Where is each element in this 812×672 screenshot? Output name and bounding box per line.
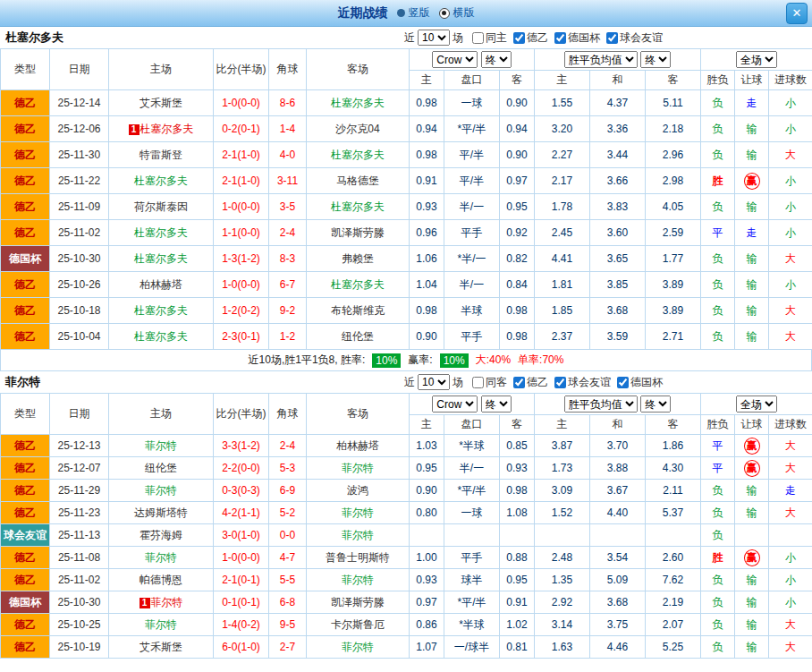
odds-away-cell: 0.98 — [500, 324, 535, 350]
away-team-cell[interactable]: 布轮斯维克 — [307, 298, 410, 324]
home-team-cell[interactable]: 艾禾斯堡 — [109, 90, 214, 116]
home-team-cell[interactable]: 菲尔特 — [109, 614, 214, 636]
away-team-cell[interactable]: 凯泽斯劳滕 — [307, 220, 410, 246]
result-cell: 负 — [701, 324, 735, 350]
home-team-cell[interactable]: 杜塞尔多夫 — [109, 298, 214, 324]
home-team-cell[interactable]: 菲尔特 — [109, 547, 214, 569]
scope-select[interactable]: 全场 — [736, 396, 777, 413]
result-cell: 负 — [701, 194, 735, 220]
home-team-cell[interactable]: 菲尔特 — [109, 435, 214, 457]
odds-company-select[interactable]: Crow — [432, 51, 478, 68]
close-button[interactable]: ✕ — [786, 3, 808, 24]
checkbox-input[interactable] — [513, 377, 525, 388]
avg-stage-select[interactable]: 终 — [640, 51, 671, 68]
date-cell: 25-11-30 — [50, 142, 109, 168]
layout-radio-horizontal[interactable]: 横版 — [439, 5, 475, 21]
home-team-cell[interactable]: 1菲尔特 — [109, 591, 214, 614]
odds-away-cell: 0.91 — [500, 591, 535, 614]
avg-metric-select[interactable]: 胜平负均值 — [564, 51, 638, 68]
away-team-cell[interactable]: 杜塞尔多夫 — [307, 142, 410, 168]
handicap-result-cell: 输 — [735, 569, 769, 591]
handicap-result-cell: 输 — [735, 116, 769, 142]
match-row: 德乙25-11-29菲尔特0-3(0-3)6-9波鸿0.90*平/半0.983.… — [1, 480, 812, 502]
home-team-cell[interactable]: 菲尔特 — [109, 480, 214, 502]
checkbox-input[interactable] — [554, 377, 566, 388]
away-team-cell[interactable]: 凯泽斯劳滕 — [307, 591, 410, 614]
home-team-cell[interactable]: 杜塞尔多夫 — [109, 324, 214, 350]
scope-select[interactable]: 全场 — [736, 51, 777, 68]
away-team-cell[interactable]: 杜塞尔多夫 — [307, 272, 410, 298]
single-rate-text: 单率:70% — [518, 353, 563, 368]
home-team-cell[interactable]: 霍芬海姆 — [109, 524, 214, 547]
avg-away-cell: 2.18 — [646, 116, 701, 142]
date-cell: 25-11-22 — [50, 168, 109, 194]
odds-stage-select[interactable]: 终 — [481, 396, 512, 413]
home-team-cell[interactable]: 帕德博恩 — [109, 569, 214, 591]
checkbox-input[interactable] — [472, 377, 484, 388]
checkbox-input[interactable] — [472, 32, 484, 44]
recent-count-select[interactable]: 10 — [418, 30, 450, 46]
filter-checkbox[interactable]: 德乙 — [513, 375, 548, 390]
checkbox-input[interactable] — [513, 32, 525, 44]
avg-metric-select[interactable]: 胜平负均值 — [564, 396, 638, 413]
avg-away-cell: 3.89 — [646, 272, 701, 298]
home-team-cell[interactable]: 纽伦堡 — [109, 457, 214, 480]
odds-away-cell: 0.90 — [500, 90, 535, 116]
away-team-cell[interactable]: 杜塞尔多夫 — [307, 90, 410, 116]
away-team-cell[interactable]: 菲尔特 — [307, 457, 410, 480]
team-name: 菲尔特 — [0, 374, 40, 390]
away-team-cell[interactable]: 菲尔特 — [307, 569, 410, 591]
away-team-cell[interactable]: 普鲁士明斯特 — [307, 547, 410, 569]
away-team-cell[interactable]: 菲尔特 — [307, 636, 410, 659]
filter-checkbox[interactable]: 球会友谊 — [606, 30, 663, 46]
filter-checkbox[interactable]: 德国杯 — [554, 30, 600, 46]
league-cell: 德乙 — [1, 142, 50, 168]
away-team-cell[interactable]: 卡尔斯鲁厄 — [307, 614, 410, 636]
recent-count-select[interactable]: 10 — [418, 374, 450, 390]
checkbox-input[interactable] — [554, 32, 566, 44]
away-team-cell[interactable]: 马格德堡 — [307, 168, 410, 194]
away-team-cell[interactable]: 弗赖堡 — [307, 246, 410, 272]
home-team-cell[interactable]: 特雷斯登 — [109, 142, 214, 168]
layout-radio-vertical[interactable]: 竖版 — [397, 5, 430, 21]
goals-cell: 大 — [769, 142, 812, 168]
avg-home-cell: 2.37 — [535, 324, 590, 350]
avg-stage-select[interactable]: 终 — [640, 396, 671, 413]
filter-checkbox[interactable]: 同客 — [472, 375, 507, 390]
away-team-cell[interactable]: 纽伦堡 — [307, 324, 410, 350]
odds-home-cell: 0.97 — [410, 591, 444, 614]
score-cell: 0-2(0-1) — [214, 116, 269, 142]
home-team-cell[interactable]: 柏林赫塔 — [109, 272, 214, 298]
away-team-cell[interactable]: 菲尔特 — [307, 502, 410, 524]
odds-company-select[interactable]: Crow — [432, 396, 478, 413]
away-team-cell[interactable]: 沙尔克04 — [307, 116, 410, 142]
away-team-cell[interactable]: 波鸿 — [307, 480, 410, 502]
league-cell: 德乙 — [1, 569, 50, 591]
checkbox-input[interactable] — [606, 32, 618, 44]
home-team-cell[interactable]: 荷尔斯泰因 — [109, 194, 214, 220]
rank-badge: 1 — [140, 598, 150, 608]
avg-home-cell — [535, 524, 590, 547]
home-team-cell[interactable]: 艾禾斯堡 — [109, 636, 214, 659]
home-team-cell[interactable]: 杜塞尔多夫 — [109, 246, 214, 272]
avg-home-cell: 1.78 — [535, 194, 590, 220]
filter-checkbox[interactable]: 德国杯 — [617, 375, 663, 390]
filter-checkbox[interactable]: 德乙 — [513, 30, 548, 46]
odds-stage-select[interactable]: 终 — [481, 51, 512, 68]
away-team-cell[interactable]: 杜塞尔多夫 — [307, 194, 410, 220]
away-team-cell[interactable]: 菲尔特 — [307, 524, 410, 547]
odds-away-cell: 0.95 — [500, 194, 535, 220]
result-cell: 平 — [701, 457, 735, 480]
win-rate-badge: 10% — [372, 353, 401, 368]
home-team-cell[interactable]: 杜塞尔多夫 — [109, 220, 214, 246]
home-team-cell[interactable]: 杜塞尔多夫 — [109, 168, 214, 194]
away-team-cell[interactable]: 柏林赫塔 — [307, 435, 410, 457]
match-row: 德乙25-10-18杜塞尔多夫1-2(0-2)9-2布轮斯维克0.98半球0.9… — [1, 298, 812, 324]
home-team-cell[interactable]: 1杜塞尔多夫 — [109, 116, 214, 142]
filter-checkbox[interactable]: 球会友谊 — [554, 375, 611, 390]
filter-checkbox[interactable]: 同主 — [472, 30, 507, 46]
checkbox-input[interactable] — [617, 377, 629, 388]
home-team-cell[interactable]: 达姆斯塔特 — [109, 502, 214, 524]
handicap-cell: 平手 — [444, 324, 500, 350]
odds-header-cell: Crow 终 — [410, 394, 535, 415]
